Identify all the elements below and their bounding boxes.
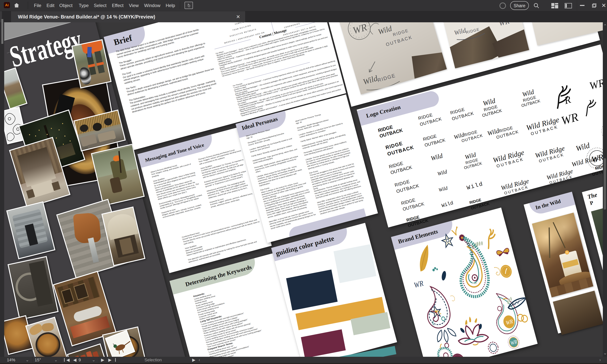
svg-text:WR: WR — [498, 22, 510, 27]
svg-text:R: R — [563, 93, 572, 106]
svg-text:WR: WR — [590, 152, 603, 165]
svg-text:Wild: Wild — [453, 27, 467, 36]
svg-text:Wild: Wild — [377, 24, 393, 36]
svg-text:WR: WR — [401, 78, 416, 91]
svg-text:OUTBACK: OUTBACK — [385, 35, 413, 47]
svg-text:RIDGE: RIDGE — [377, 72, 396, 83]
svg-text:WR: WR — [541, 22, 558, 23]
svg-text:Wild: Wild — [362, 74, 379, 86]
svg-text:WR: WR — [413, 279, 424, 289]
svg-text:WR: WR — [351, 22, 368, 36]
svg-text:RIDGE: RIDGE — [465, 27, 480, 35]
